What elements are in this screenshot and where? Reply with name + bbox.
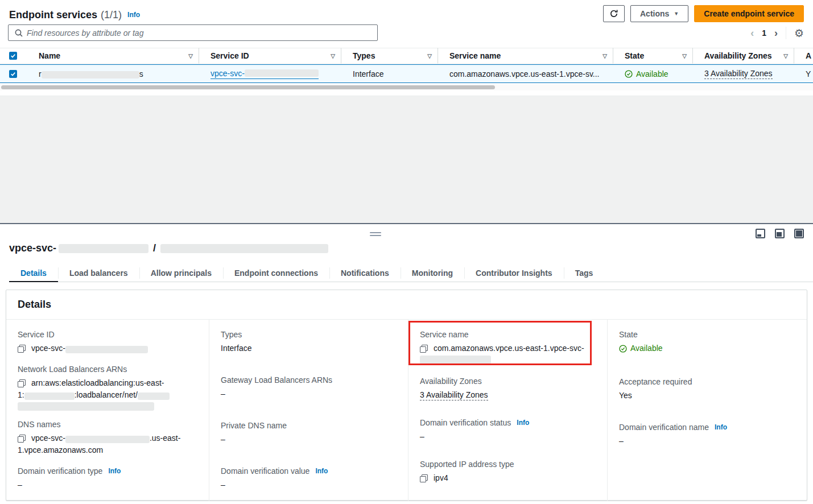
row-service-name-cell: com.amazonaws.vpce.us-east-1.vpce-sv... bbox=[438, 69, 613, 79]
field-service-name: Service name com.amazonaws.vpce.us-east-… bbox=[420, 330, 596, 363]
tab-load-balancers[interactable]: Load balancers bbox=[58, 265, 139, 282]
availability-zones-link[interactable]: 3 Availability Zones bbox=[704, 69, 773, 79]
search-input[interactable] bbox=[27, 25, 368, 40]
search-box bbox=[8, 24, 378, 41]
column-header-service-id[interactable]: Service ID ▽ bbox=[199, 48, 341, 64]
redacted-text bbox=[59, 244, 148, 253]
sort-icon[interactable]: ▽ bbox=[188, 53, 193, 59]
details-card-title: Details bbox=[18, 299, 51, 311]
actions-button[interactable]: Actions ▼ bbox=[630, 5, 688, 22]
row-truncated-cell: Y bbox=[794, 69, 813, 79]
panel-size-small-icon[interactable] bbox=[756, 229, 765, 238]
sort-icon[interactable]: ▽ bbox=[331, 53, 335, 59]
search-icon bbox=[14, 28, 23, 39]
column-header-types[interactable]: Types ▽ bbox=[341, 48, 438, 64]
info-link[interactable]: Info bbox=[108, 467, 121, 475]
horizontal-scrollbar bbox=[0, 84, 813, 90]
tab-tags[interactable]: Tags bbox=[564, 265, 605, 282]
sort-icon[interactable]: ▽ bbox=[427, 53, 432, 59]
copy-icon[interactable] bbox=[420, 474, 428, 482]
column-header-truncated[interactable]: A bbox=[794, 48, 813, 64]
copy-icon[interactable] bbox=[18, 345, 26, 353]
field-nlb-arns: Network Load Balancers ARNs arn:aws:elas… bbox=[18, 365, 197, 410]
redacted-text bbox=[420, 356, 491, 364]
row-types-cell: Interface bbox=[341, 69, 438, 79]
copy-icon[interactable] bbox=[420, 345, 428, 353]
info-link[interactable]: Info bbox=[715, 423, 727, 431]
panel-size-large-icon[interactable] bbox=[794, 229, 804, 238]
horizontal-scrollbar-thumb[interactable] bbox=[1, 85, 495, 89]
next-page-button[interactable]: › bbox=[774, 28, 778, 38]
tab-monitoring[interactable]: Monitoring bbox=[401, 265, 464, 282]
copy-icon[interactable] bbox=[18, 435, 26, 443]
tab-allow-principals[interactable]: Allow principals bbox=[139, 265, 223, 282]
create-endpoint-service-button[interactable]: Create endpoint service bbox=[694, 5, 804, 22]
field-domain-verification-status: Domain verification status Info – bbox=[420, 418, 596, 443]
redacted-text bbox=[42, 71, 139, 79]
table-footer bbox=[0, 90, 813, 96]
info-link[interactable]: Info bbox=[517, 419, 529, 427]
check-circle-icon bbox=[619, 345, 627, 353]
tab-endpoint-connections[interactable]: Endpoint connections bbox=[223, 265, 329, 282]
redacted-text bbox=[160, 244, 328, 253]
top-toolbar: Endpoint services (1/1) Info Actions ▼ C… bbox=[0, 0, 813, 48]
sort-icon[interactable]: ▽ bbox=[783, 53, 788, 59]
pagination: ‹ 1 › ⚙ bbox=[750, 24, 804, 42]
current-page: 1 bbox=[762, 28, 766, 38]
panel-title: vpce-svc- / bbox=[9, 242, 331, 254]
details-card-header: Details bbox=[6, 290, 807, 320]
field-acceptance-required: Acceptance required Yes bbox=[619, 377, 795, 402]
result-count: (1/1) bbox=[101, 9, 122, 21]
row-service-id-cell: vpce-svc- bbox=[199, 69, 341, 79]
redacted-text bbox=[65, 436, 150, 443]
page-title: Endpoint services bbox=[9, 9, 97, 21]
field-private-dns-name: Private DNS name – bbox=[221, 421, 397, 445]
copy-icon[interactable] bbox=[18, 379, 26, 387]
row-state-cell: Available bbox=[613, 69, 693, 79]
refresh-icon bbox=[609, 9, 618, 18]
check-circle-icon bbox=[625, 70, 633, 78]
tab-bar: Details Load balancers Allow principals … bbox=[9, 265, 813, 282]
tab-details[interactable]: Details bbox=[9, 265, 58, 282]
field-domain-verification-type: Domain verification type Info – bbox=[18, 466, 197, 491]
column-header-name[interactable]: Name ▽ bbox=[27, 48, 199, 64]
info-link[interactable]: Info bbox=[127, 11, 140, 19]
search-row: ‹ 1 › ⚙ bbox=[8, 24, 804, 42]
panel-drag-handle[interactable] bbox=[370, 232, 381, 237]
actions-label: Actions bbox=[640, 9, 669, 18]
info-link[interactable]: Info bbox=[315, 467, 328, 475]
redacted-text bbox=[18, 402, 154, 411]
create-label: Create endpoint service bbox=[704, 9, 794, 18]
row-checkbox[interactable] bbox=[9, 70, 17, 78]
details-card: Details Service ID vpce-svc- Network Loa… bbox=[6, 290, 807, 501]
chevron-down-icon: ▼ bbox=[674, 11, 679, 16]
select-all-checkbox[interactable] bbox=[9, 52, 17, 60]
row-availability-zones-cell: 3 Availability Zones bbox=[693, 69, 794, 79]
field-service-id: Service ID vpce-svc- bbox=[18, 330, 197, 354]
field-state: State Available bbox=[619, 330, 795, 356]
field-domain-verification-value: Domain verification value Info – bbox=[221, 466, 397, 491]
details-column-1: Service ID vpce-svc- Network Load Balanc… bbox=[6, 320, 209, 501]
panel-size-medium-icon[interactable] bbox=[775, 229, 785, 238]
field-domain-verification-name: Domain verification name Info – bbox=[619, 423, 795, 447]
table-row[interactable]: r s vpce-svc- Interface com.amazonaws.vp… bbox=[0, 64, 813, 83]
sort-icon[interactable]: ▽ bbox=[602, 53, 607, 59]
toolbar-actions: Actions ▼ Create endpoint service bbox=[603, 5, 804, 22]
refresh-button[interactable] bbox=[603, 5, 625, 22]
sort-icon[interactable]: ▽ bbox=[682, 53, 687, 59]
details-column-4: State Available Acceptance required bbox=[607, 320, 807, 501]
redacted-text bbox=[138, 393, 170, 400]
split-panel: vpce-svc- / Details Load balancers Allow… bbox=[0, 224, 813, 504]
service-id-link[interactable]: vpce-svc- bbox=[211, 69, 319, 79]
details-column-3: Service name com.amazonaws.vpce.us-east-… bbox=[408, 320, 607, 501]
gear-icon[interactable]: ⚙ bbox=[794, 28, 804, 39]
previous-page-button[interactable]: ‹ bbox=[750, 28, 754, 38]
column-header-state[interactable]: State ▽ bbox=[613, 48, 693, 64]
column-header-availability-zones[interactable]: Availability Zones ▽ bbox=[693, 48, 794, 64]
tab-contributor-insights[interactable]: Contributor Insights bbox=[464, 265, 564, 282]
column-header-service-name[interactable]: Service name ▽ bbox=[438, 48, 613, 64]
empty-background bbox=[0, 96, 813, 223]
field-glb-arns: Gateway Load Balancers ARNs – bbox=[221, 375, 397, 400]
tab-notifications[interactable]: Notifications bbox=[329, 265, 401, 282]
availability-zones-link[interactable]: 3 Availability Zones bbox=[420, 390, 488, 400]
